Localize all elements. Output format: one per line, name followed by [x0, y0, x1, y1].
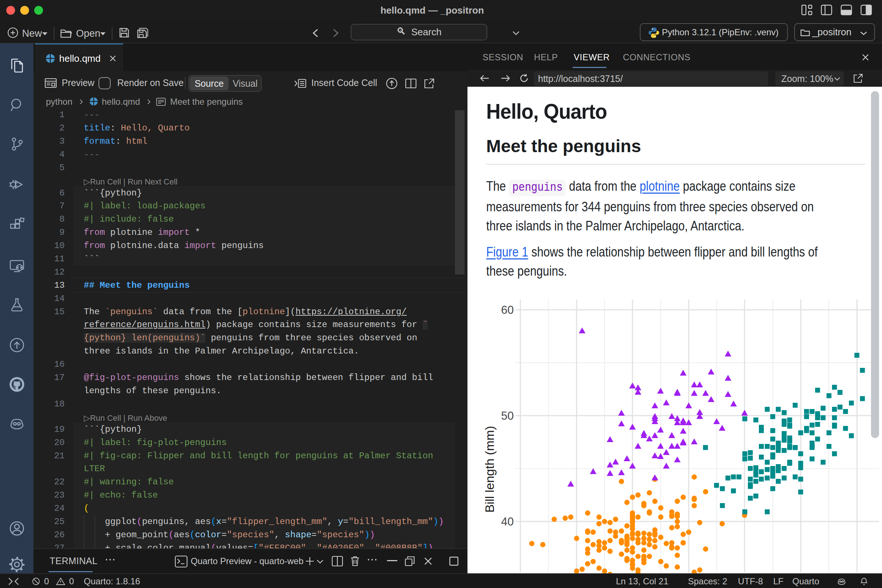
svg-text:40: 40 [501, 515, 514, 528]
svg-text:Bill length (mm): Bill length (mm) [483, 426, 496, 513]
svg-text:50: 50 [501, 410, 514, 422]
svg-text:60: 60 [501, 303, 514, 316]
